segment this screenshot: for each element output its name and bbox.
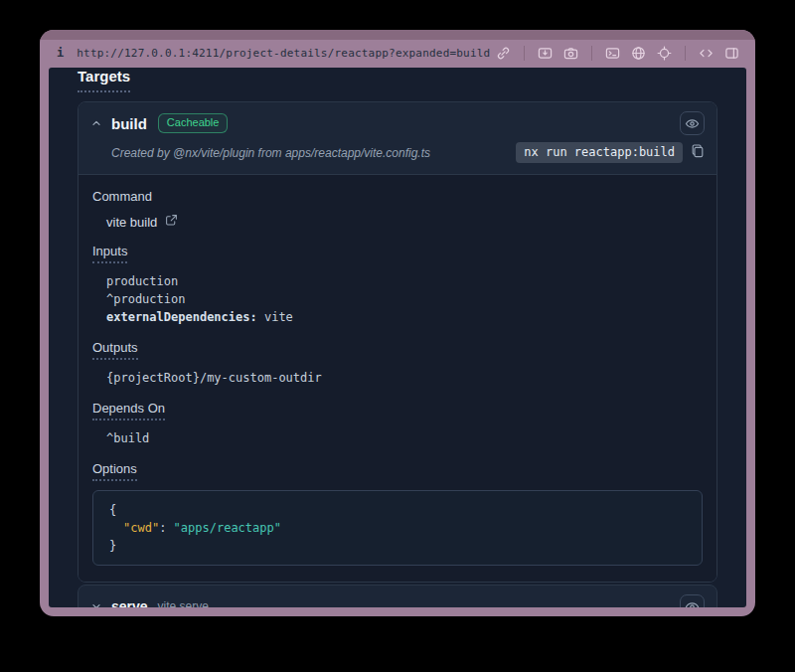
link-icon[interactable] xyxy=(496,46,511,61)
code-icon[interactable] xyxy=(699,46,714,61)
address-bar[interactable]: i http://127.0.0.1:4211/project-details/… xyxy=(40,40,755,68)
window-title-strip xyxy=(40,30,755,40)
depends-on-item: ^build xyxy=(106,429,703,447)
cacheable-badge: Cacheable xyxy=(158,113,229,133)
target-subtitle: vite serve xyxy=(158,599,209,607)
chevron-down-icon[interactable] xyxy=(90,600,102,607)
view-graph-button[interactable] xyxy=(680,594,705,607)
url-text[interactable]: http://127.0.0.1:4211/project-details/re… xyxy=(77,47,490,60)
info-icon[interactable]: i xyxy=(57,46,64,60)
toolbar-divider xyxy=(591,46,592,61)
toolbar-divider xyxy=(524,46,525,61)
options-heading: Options xyxy=(92,461,137,481)
json-close-brace: } xyxy=(109,537,686,555)
json-open-brace: { xyxy=(109,501,686,519)
options-json-block: { "cwd": "apps/reactapp" } xyxy=(92,490,703,566)
command-heading: Command xyxy=(92,189,152,205)
page-title: Targets xyxy=(78,68,130,92)
globe-icon[interactable] xyxy=(631,46,646,61)
outputs-heading: Outputs xyxy=(92,340,138,360)
run-command-chip: nx run reactapp:build xyxy=(516,142,683,163)
view-graph-button[interactable] xyxy=(680,111,705,135)
build-target-details: Command vite build Inputs production ^pr… xyxy=(79,174,716,582)
depends-on-heading: Depends On xyxy=(92,401,165,420)
target-icon[interactable] xyxy=(657,46,672,61)
input-item: externalDependencies: vite xyxy=(106,308,703,326)
target-name: build xyxy=(111,115,147,132)
build-target-header[interactable]: build Cacheable Created by @nx/vite/plug… xyxy=(79,102,716,174)
target-name: serve xyxy=(111,598,148,607)
camera-icon[interactable] xyxy=(563,46,578,61)
terminal-icon[interactable] xyxy=(605,46,620,61)
toolbar-icons xyxy=(496,46,739,61)
browser-window: i http://127.0.0.1:4211/project-details/… xyxy=(40,30,755,616)
panel-icon[interactable] xyxy=(724,46,739,61)
screenshot-icon[interactable] xyxy=(538,46,553,61)
toolbar-divider xyxy=(685,46,686,61)
copy-icon[interactable] xyxy=(691,143,705,162)
build-target-card: build Cacheable Created by @nx/vite/plug… xyxy=(78,101,717,583)
input-item: production xyxy=(106,272,703,290)
project-details-page: Targets build Cacheable Created by @nx/v… xyxy=(49,68,746,607)
input-item: ^production xyxy=(106,290,703,308)
inputs-heading: Inputs xyxy=(92,244,127,263)
chevron-up-icon[interactable] xyxy=(90,117,102,129)
output-item: {projectRoot}/my-custom-outdir xyxy=(106,369,703,387)
json-cwd-line: "cwd": "apps/reactapp" xyxy=(109,519,686,537)
serve-target-card[interactable]: serve vite serve xyxy=(78,585,717,607)
external-link-icon[interactable] xyxy=(165,214,178,230)
created-by-text: Created by @nx/vite/plugin from apps/rea… xyxy=(111,146,430,160)
command-text: vite build xyxy=(106,215,157,230)
